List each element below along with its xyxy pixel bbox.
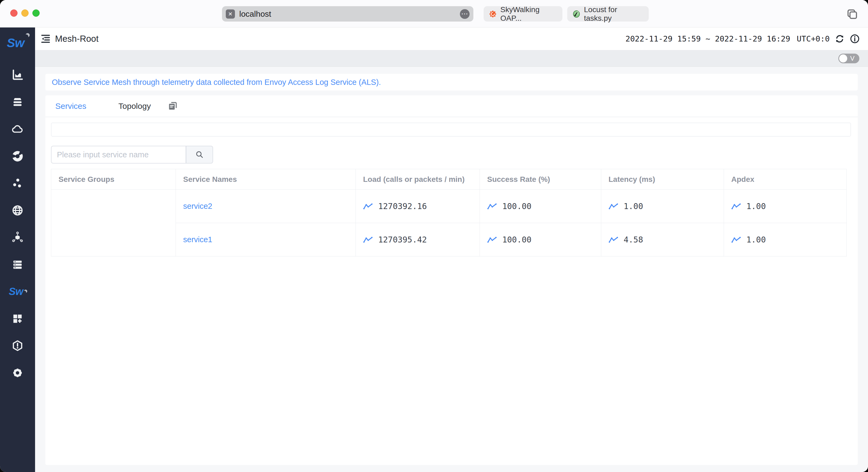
service-group-cell	[51, 190, 176, 257]
info-icon[interactable]	[850, 34, 860, 44]
site-settings-icon[interactable]: ✕	[226, 9, 235, 19]
toggle-knob	[839, 55, 847, 63]
browser-chrome: ✕ localhost ⋯ SkyWalking OAP... Locu	[0, 0, 868, 28]
notice-card: Observe Service Mesh through telemetry d…	[45, 74, 858, 91]
table-row: service2 1270392.16 100.00 1.00	[51, 190, 847, 223]
tab-services[interactable]: Services	[55, 102, 86, 111]
database-icon	[11, 96, 24, 108]
load-metric: 1270392.16	[363, 202, 479, 211]
sidebar-item-scatter[interactable]	[0, 170, 35, 197]
view-mode-toggle[interactable]: V	[838, 54, 859, 63]
globe-icon	[11, 204, 24, 216]
apdex-metric: 1.00	[731, 235, 846, 244]
col-latency: Latency (ms)	[601, 169, 724, 190]
logo-text: Sw	[7, 36, 24, 50]
trend-line-icon	[363, 203, 373, 210]
success-rate-metric: 100.00	[487, 202, 601, 211]
col-load: Load (calls or packets / min)	[356, 169, 480, 190]
page-title: Mesh-Root	[55, 34, 98, 44]
search-button[interactable]	[186, 146, 213, 164]
content-tabs: Services Topology	[45, 95, 858, 117]
pinned-tab-label: SkyWalking OAP...	[500, 5, 558, 23]
toggle-label: V	[850, 55, 855, 62]
infrastructure-icon	[11, 258, 24, 271]
trend-line-icon	[487, 203, 497, 210]
sidebar-nav: Sw	[0, 61, 35, 386]
search-row	[51, 146, 858, 164]
col-service-groups: Service Groups	[51, 169, 176, 190]
latency-metric: 1.00	[609, 202, 723, 211]
refresh-icon[interactable]	[835, 34, 845, 44]
new-dashboard-icon	[11, 312, 24, 325]
gear-icon	[11, 367, 24, 379]
trend-line-icon	[609, 203, 618, 210]
trend-line-icon	[609, 236, 618, 243]
trend-line-icon	[363, 236, 373, 243]
sidebar: Sw	[0, 28, 35, 472]
donut-chart-icon	[11, 150, 24, 163]
sidebar-item-infrastructure[interactable]	[0, 251, 35, 278]
pinned-tab-locust[interactable]: Locust for tasks.py	[567, 6, 649, 22]
services-table: Service Groups Service Names Load (calls…	[51, 169, 847, 257]
service-link[interactable]: service2	[183, 202, 212, 210]
close-window-button[interactable]	[10, 9, 18, 17]
sidebar-item-service-mesh-dashboard[interactable]	[0, 143, 35, 170]
load-metric: 1270395.42	[363, 235, 479, 244]
trend-line-icon	[487, 236, 497, 243]
zoom-window-button[interactable]	[32, 9, 40, 17]
minimize-window-button[interactable]	[21, 9, 29, 17]
pinned-tab-label: Locust for tasks.py	[584, 5, 644, 23]
sidebar-item-new-dashboard[interactable]	[0, 305, 35, 332]
service-link[interactable]: service1	[183, 235, 212, 244]
traffic-lights	[10, 9, 40, 17]
skywalking-app: Sw	[0, 28, 868, 472]
header-right: 2022-11-29 15:59 ~ 2022-11-29 16:29 UTC+…	[625, 34, 860, 44]
page-header: Mesh-Root 2022-11-29 15:59 ~ 2022-11-29 …	[35, 28, 868, 50]
time-range[interactable]: 2022-11-29 15:59 ~ 2022-11-29 16:29	[625, 34, 790, 43]
sidebar-item-cloud[interactable]	[0, 115, 35, 143]
sidebar-item-browser[interactable]	[0, 197, 35, 224]
service-mesh-icon	[11, 231, 24, 243]
table-header-row: Service Groups Service Names Load (calls…	[51, 169, 847, 190]
url-text: localhost	[239, 9, 460, 19]
latency-metric: 4.58	[609, 235, 723, 244]
sidebar-item-skywalking-exporter[interactable]: Sw	[0, 278, 35, 305]
dashboard-toolbar: V	[35, 50, 868, 67]
more-options-icon[interactable]: ⋯	[460, 9, 470, 19]
cloud-icon	[11, 123, 24, 135]
skywalking-icon: Sw	[9, 286, 26, 297]
sidebar-item-general-service[interactable]	[0, 61, 35, 89]
tab-topology[interactable]: Topology	[118, 102, 151, 111]
services-card: Services Topology	[45, 95, 858, 465]
utc-offset[interactable]: UTC+0:0	[797, 34, 830, 43]
copy-dashboard-icon[interactable]	[167, 101, 178, 111]
sidebar-item-alerting[interactable]	[0, 332, 35, 360]
col-success-rate: Success Rate (%)	[480, 169, 601, 190]
trend-line-icon	[731, 236, 741, 243]
screenshot: ✕ localhost ⋯ SkyWalking OAP... Locu	[0, 0, 868, 472]
apdex-metric: 1.00	[731, 202, 846, 211]
logo-crescent-icon	[24, 34, 28, 38]
alarm-hexagon-icon	[11, 339, 24, 352]
address-bar[interactable]: ✕ localhost ⋯	[222, 6, 473, 22]
skywalking-logo[interactable]: Sw	[7, 36, 28, 55]
service-search-input[interactable]	[51, 146, 186, 164]
main-area: Mesh-Root 2022-11-29 15:59 ~ 2022-11-29 …	[35, 28, 868, 472]
col-apdex: Apdex	[724, 169, 847, 190]
trend-line-icon	[731, 203, 741, 210]
search-icon	[195, 150, 205, 160]
sidebar-item-database[interactable]	[0, 89, 35, 116]
sidebar-item-service-mesh[interactable]	[0, 224, 35, 251]
collapse-menu-icon[interactable]	[40, 33, 51, 44]
notice-text: Observe Service Mesh through telemetry d…	[52, 78, 381, 87]
scatter-icon	[11, 177, 24, 190]
grafana-icon	[489, 10, 497, 18]
locust-icon	[572, 10, 581, 18]
col-service-names: Service Names	[176, 169, 356, 190]
browser-window: ✕ localhost ⋯ SkyWalking OAP... Locu	[0, 0, 868, 472]
tab-overview-icon[interactable]	[845, 7, 858, 20]
sidebar-item-settings[interactable]	[0, 360, 35, 386]
bar-chart-icon	[11, 69, 24, 81]
pinned-tab-skywalking[interactable]: SkyWalking OAP...	[484, 6, 562, 22]
widget-header-strip	[51, 123, 851, 137]
